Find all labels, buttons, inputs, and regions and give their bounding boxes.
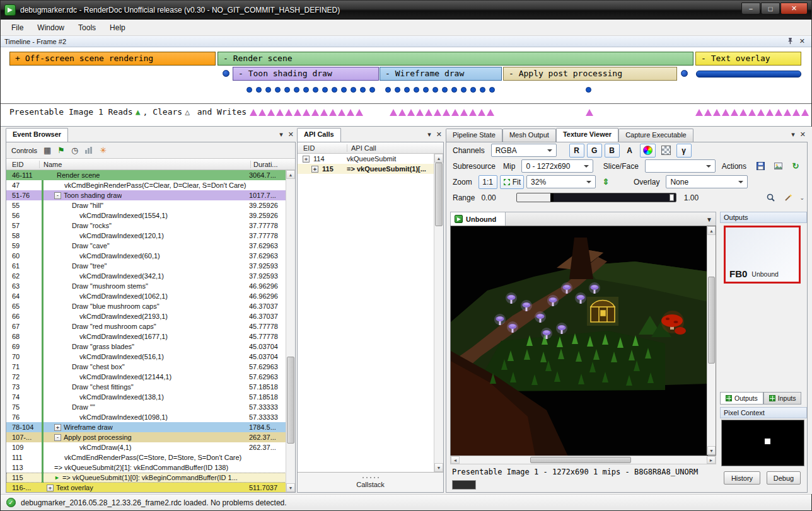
alpha-channel-button[interactable]: A — [622, 144, 637, 158]
scroll-thumb[interactable] — [435, 163, 443, 226]
event-row[interactable]: 75 Draw "" 57.33333 — [6, 402, 295, 412]
expand-toggle[interactable]: + — [47, 485, 54, 491]
zoom-dropdown[interactable]: 32% — [526, 175, 596, 188]
debug-button[interactable]: Debug — [767, 471, 801, 485]
scroll-up-icon[interactable]: ▲ — [707, 226, 716, 235]
tab-outputs[interactable]: Outputs — [720, 392, 763, 405]
draw-event-dot[interactable] — [223, 70, 229, 77]
panel-menu-chevron-icon[interactable]: ▾ — [427, 130, 431, 139]
color-wheel-button[interactable] — [640, 144, 656, 158]
gamma-button[interactable]: γ — [676, 144, 692, 158]
overlay-dropdown[interactable]: None — [666, 175, 748, 188]
timeline-grid-icon[interactable]: ▦ — [44, 146, 51, 154]
scroll-left-icon[interactable]: ◄ — [451, 456, 460, 464]
expand-toggle[interactable]: - — [54, 192, 61, 199]
event-row[interactable]: 107-... - Apply post processing 262.37..… — [6, 432, 295, 442]
event-row[interactable]: 61 Draw "tree" 37.92593 — [6, 261, 295, 271]
scroll-down-icon[interactable]: ▼ — [434, 463, 443, 472]
event-row[interactable]: 76 vkCmdDrawIndexed(1098,1) 57.33333 — [6, 412, 295, 422]
texture-horizontal-scrollbar[interactable]: ◄ ► — [450, 456, 716, 464]
event-row[interactable]: 113 => vkQueueSubmit(2)[1]: vkEndCommand… — [6, 462, 295, 473]
event-row[interactable]: 69 Draw "grass blades" 45.03704 — [6, 342, 295, 352]
panel-close-icon[interactable]: ✕ — [288, 130, 294, 139]
slice-face-dropdown[interactable] — [645, 159, 716, 173]
mip-dropdown[interactable]: 0 - 1272x690 — [521, 159, 593, 173]
timeline-bar-render-scene[interactable]: - Render scene — [218, 52, 693, 66]
column-name[interactable]: Name — [39, 161, 250, 168]
event-row[interactable]: 47 vkCmdBeginRenderPass(C=Clear, D=Clear… — [6, 180, 295, 190]
event-row[interactable]: 111 vkCmdEndRenderPass(C=Store, D=Store,… — [6, 452, 295, 462]
texture-tab-unbound[interactable]: Unbound — [451, 212, 506, 226]
timeline-bar-toon-shading[interactable]: - Toon shading draw — [233, 67, 379, 81]
maximize-button[interactable]: □ — [761, 3, 780, 14]
expand-toggle[interactable]: - — [54, 434, 61, 441]
api-calls-scrollbar[interactable]: ▲ ▼ — [434, 154, 443, 472]
menu-file[interactable]: File — [4, 21, 30, 35]
alpha-background-button[interactable] — [658, 144, 674, 158]
panel-menu-chevron-icon[interactable]: ▾ — [791, 130, 795, 139]
scroll-thumb[interactable] — [530, 457, 631, 463]
event-row[interactable]: 63 Draw "mushroom stems" 46.96296 — [6, 281, 295, 291]
draw-event-dot[interactable] — [681, 70, 688, 77]
expand-toggle[interactable]: + — [311, 166, 318, 173]
scroll-thumb[interactable] — [287, 357, 294, 444]
fit-button[interactable]: Fit — [500, 175, 524, 189]
zoom-range-button[interactable] — [763, 191, 778, 205]
blue-channel-button[interactable]: B — [605, 144, 620, 158]
scroll-right-icon[interactable]: ► — [707, 456, 716, 464]
event-row[interactable]: 78-104 + Wireframe draw 1784.5... — [6, 422, 295, 432]
event-row[interactable]: 72 vkCmdDrawIndexed(12144,1) 57.62963 — [6, 372, 295, 382]
history-button[interactable]: History — [724, 471, 760, 485]
event-row[interactable]: 59 Draw "cave" 37.62963 — [6, 241, 295, 251]
event-row[interactable]: 115 => vkQueueSubmit(1)[0]: vkBeginComma… — [6, 473, 295, 483]
event-row[interactable]: 116-... + Text overlay 511.7037 — [6, 483, 295, 492]
event-row[interactable]: 62 vkCmdDrawIndexed(342,1) 37.92593 — [6, 271, 295, 281]
event-row[interactable]: 56 vkCmdDrawIndexed(1554,1) 39.25926 — [6, 210, 295, 221]
column-api-call[interactable]: API Call — [347, 144, 443, 152]
menu-tools[interactable]: Tools — [71, 21, 103, 35]
event-row[interactable]: 58 vkCmdDrawIndexed(120,1) 37.77778 — [6, 231, 295, 241]
open-texture-list-button[interactable] — [770, 159, 786, 173]
event-row[interactable]: 71 Draw "chest box" 57.62963 — [6, 362, 295, 372]
tab-pipeline-state[interactable]: Pipeline State — [446, 129, 502, 142]
event-row[interactable]: 46-111 Render scene 3064.7... — [6, 170, 295, 180]
minimize-button[interactable]: − — [741, 3, 760, 14]
timeline-bar-wireframe[interactable]: - Wireframe draw — [380, 67, 502, 81]
event-row[interactable]: 55 Draw "hill" 39.25926 — [6, 200, 295, 210]
star-icon[interactable]: ✳ — [100, 146, 107, 154]
event-browser-scrollbar[interactable]: ▲ ▼ — [286, 170, 295, 492]
tab-api-calls[interactable]: API Calls — [297, 128, 341, 142]
postproc-draw-dot[interactable] — [586, 87, 591, 93]
range-slider[interactable] — [516, 193, 676, 202]
callstack-section[interactable]: Callstack — [298, 472, 443, 492]
stats-chart-icon[interactable] — [84, 146, 93, 155]
event-row[interactable]: 109 vkCmdDraw(4,1) 262.37... — [6, 442, 295, 452]
tab-texture-viewer[interactable]: Texture Viewer — [556, 128, 618, 142]
event-row[interactable]: 51-76 - Toon shading draw 1017.7... — [6, 190, 295, 200]
toon-draw-dots[interactable] — [246, 87, 375, 93]
api-call-row[interactable]: + 114 vkQueueSubmit — [298, 154, 443, 164]
column-eid[interactable]: EID — [298, 144, 347, 152]
pin-icon[interactable] — [787, 37, 794, 45]
event-row[interactable]: 67 Draw "red mushroom caps" 45.77778 — [6, 321, 295, 331]
timeline-close-icon[interactable]: ✕ — [799, 37, 805, 45]
column-eid[interactable]: EID — [6, 161, 39, 168]
bookmark-flag-icon[interactable]: ⚑ — [57, 146, 65, 154]
expand-toggle[interactable]: + — [303, 156, 310, 163]
event-row[interactable]: 73 Draw "chest fittings" 57.18518 — [6, 382, 295, 392]
menu-help[interactable]: Help — [103, 21, 132, 35]
range-black-handle[interactable] — [550, 193, 554, 202]
panel-close-icon[interactable]: ✕ — [800, 130, 806, 139]
time-durations-icon[interactable]: ◷ — [71, 146, 78, 154]
scroll-thumb[interactable] — [708, 277, 715, 364]
event-row[interactable]: 66 vkCmdDrawIndexed(2193,1) 46.37037 — [6, 311, 295, 321]
toolbar-overflow-icon[interactable]: ⌄ — [799, 195, 804, 201]
timeline-bar-text-overlay[interactable]: - Text overlay — [695, 52, 801, 66]
tab-event-browser[interactable]: Event Browser — [6, 128, 68, 142]
timeline-bar-offscreen[interactable]: + Off-screen scene rendering — [9, 52, 216, 66]
close-button[interactable]: ✕ — [780, 3, 808, 14]
texture-vertical-scrollbar[interactable]: ▲ ▼ — [707, 226, 716, 455]
panel-menu-chevron-icon[interactable]: ▾ — [279, 130, 283, 139]
scroll-down-icon[interactable]: ▼ — [707, 446, 716, 455]
tab-mesh-output[interactable]: Mesh Output — [502, 129, 556, 142]
